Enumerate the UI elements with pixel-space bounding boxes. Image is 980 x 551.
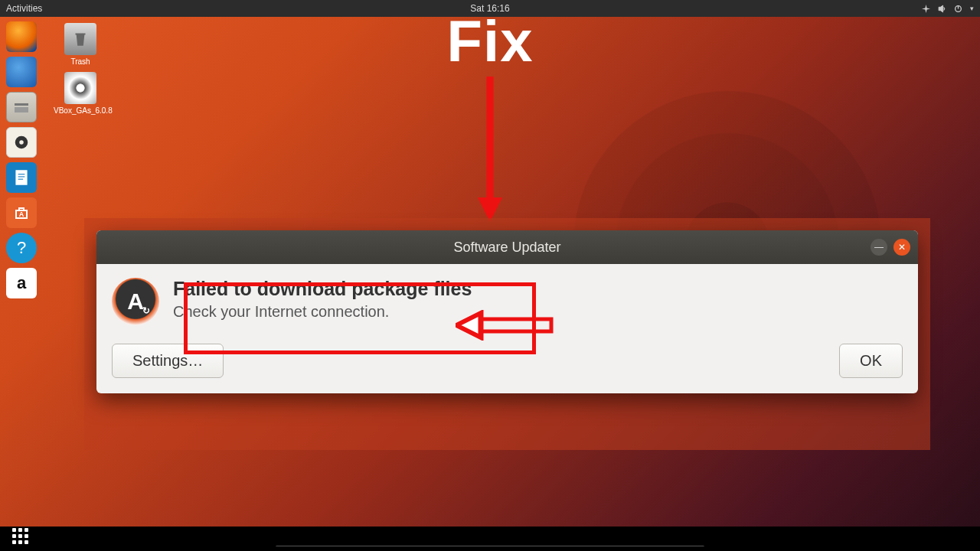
vbox-disc-icon[interactable]: VBox_GAs_6.0.8 bbox=[54, 72, 107, 115]
dock-thunderbird[interactable] bbox=[6, 57, 37, 87]
ok-button[interactable]: OK bbox=[839, 344, 903, 378]
svg-text:A: A bbox=[19, 210, 24, 218]
svg-rect-13 bbox=[479, 319, 551, 331]
dock-amazon[interactable]: a bbox=[6, 268, 37, 298]
vbox-label: VBox_GAs_6.0.8 bbox=[54, 106, 107, 115]
dropdown-icon[interactable]: ▾ bbox=[970, 5, 974, 12]
activities-button[interactable]: Activities bbox=[6, 3, 42, 14]
desktop-icons: Trash VBox_GAs_6.0.8 bbox=[54, 23, 107, 121]
settings-button[interactable]: Settings… bbox=[112, 344, 224, 378]
dialog-title-text: Software Updater bbox=[453, 240, 560, 256]
svg-rect-6 bbox=[15, 170, 27, 185]
svg-point-5 bbox=[19, 140, 24, 145]
dialog-subtext: Check your Internet connection. bbox=[173, 303, 472, 321]
volume-icon[interactable] bbox=[938, 5, 946, 13]
close-button[interactable]: ✕ bbox=[893, 239, 910, 256]
network-icon[interactable] bbox=[922, 5, 930, 13]
trash-label: Trash bbox=[54, 57, 107, 66]
dock: A ? a bbox=[0, 17, 43, 502]
annotation-title: Fix bbox=[447, 8, 534, 74]
dock-help[interactable]: ? bbox=[6, 233, 37, 263]
dock-rhythmbox[interactable] bbox=[6, 127, 37, 158]
power-icon[interactable] bbox=[954, 5, 962, 13]
dock-software[interactable]: A bbox=[6, 197, 37, 228]
desktop-background: Activities Sat 16:16 ▾ A ? a Trash bbox=[0, 0, 980, 527]
dock-files[interactable] bbox=[6, 92, 37, 122]
minimize-button[interactable]: — bbox=[871, 239, 887, 256]
annotation-arrow-down bbox=[475, 77, 505, 222]
trash-icon[interactable]: Trash bbox=[54, 23, 107, 66]
svg-rect-3 bbox=[15, 107, 28, 112]
dock-firefox[interactable] bbox=[6, 21, 37, 52]
bottom-bar bbox=[0, 527, 980, 551]
dock-writer[interactable] bbox=[6, 162, 37, 193]
taskbar-hint bbox=[276, 546, 704, 548]
dialog-heading: Failed to download package files bbox=[173, 278, 472, 300]
svg-rect-2 bbox=[15, 103, 28, 106]
show-applications-button[interactable] bbox=[12, 528, 31, 546]
annotation-arrow-left bbox=[456, 310, 555, 341]
dialog-titlebar[interactable]: Software Updater — ✕ bbox=[96, 230, 918, 264]
updater-icon bbox=[112, 278, 159, 325]
